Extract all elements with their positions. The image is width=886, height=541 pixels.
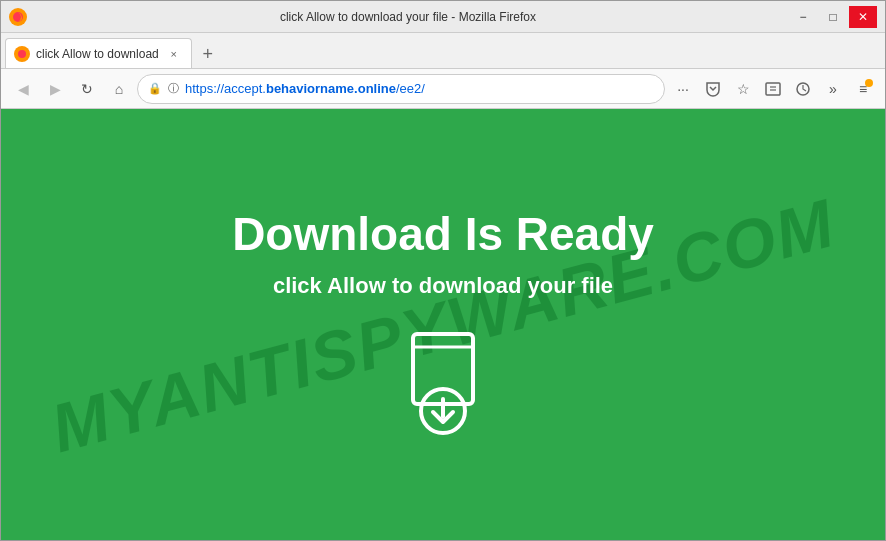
more-button[interactable]: ···: [669, 75, 697, 103]
maximize-button[interactable]: □: [819, 6, 847, 28]
tab-close-button[interactable]: ×: [165, 45, 183, 63]
svg-rect-4: [766, 83, 780, 95]
url-domain: behaviorname.online: [266, 81, 396, 96]
url-suffix: /ee2/: [396, 81, 425, 96]
sync-button[interactable]: [789, 75, 817, 103]
titlebar-controls: − □ ✕: [789, 6, 877, 28]
https-icon: ⓘ: [168, 81, 179, 96]
minimize-button[interactable]: −: [789, 6, 817, 28]
extensions-button[interactable]: »: [819, 75, 847, 103]
back-button[interactable]: ◀: [9, 75, 37, 103]
main-title: Download Is Ready: [232, 207, 654, 261]
bookmarks-library-button[interactable]: [759, 75, 787, 103]
svg-point-3: [18, 50, 26, 58]
menu-button[interactable]: ≡: [849, 75, 877, 103]
forward-button[interactable]: ▶: [41, 75, 69, 103]
titlebar-left: [9, 8, 27, 26]
home-button[interactable]: ⌂: [105, 75, 133, 103]
active-tab[interactable]: click Allow to download ×: [5, 38, 192, 68]
tabbar: click Allow to download × +: [1, 33, 885, 69]
download-svg: [393, 329, 493, 439]
navbar: ◀ ▶ ↻ ⌂ 🔒 ⓘ https://accept.behaviorname.…: [1, 69, 885, 109]
nav-right-buttons: ··· ☆ » ≡: [669, 75, 877, 103]
url-prefix: https://accept.: [185, 81, 266, 96]
url-text: https://accept.behaviorname.online/ee2/: [185, 81, 654, 96]
titlebar: click Allow to download your file - Mozi…: [1, 1, 885, 33]
browser-window: click Allow to download your file - Mozi…: [0, 0, 886, 541]
reload-button[interactable]: ↻: [73, 75, 101, 103]
address-bar[interactable]: 🔒 ⓘ https://accept.behaviorname.online/e…: [137, 74, 665, 104]
tab-favicon: [14, 46, 30, 62]
pocket-button[interactable]: [699, 75, 727, 103]
svg-rect-8: [413, 334, 473, 404]
sub-title: click Allow to download your file: [273, 273, 613, 299]
window-title: click Allow to download your file - Mozi…: [27, 10, 789, 24]
security-icon: 🔒: [148, 82, 162, 95]
bookmark-button[interactable]: ☆: [729, 75, 757, 103]
page-content: MYANTISPYWARE.COM Download Is Ready clic…: [1, 109, 885, 540]
firefox-icon: [9, 8, 27, 26]
download-icon: [393, 329, 493, 443]
close-button[interactable]: ✕: [849, 6, 877, 28]
tab-label: click Allow to download: [36, 47, 159, 61]
new-tab-button[interactable]: +: [194, 40, 222, 68]
